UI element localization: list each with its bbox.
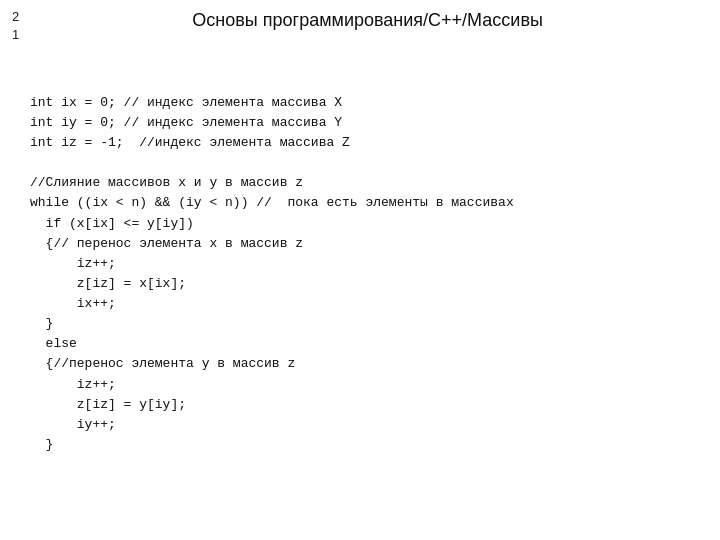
code-line: int iy = 0; // индекс элемента массива Y bbox=[30, 113, 690, 133]
code-line: z[iz] = y[iy]; bbox=[30, 395, 690, 415]
page-title: Основы программирования/С++/Массивы bbox=[27, 8, 708, 31]
code-line: while ((ix < n) && (iy < n)) // пока ест… bbox=[30, 193, 690, 213]
code-line: if (x[ix] <= y[iy]) bbox=[30, 214, 690, 234]
page-container: 2 1 Основы программирования/С++/Массивы … bbox=[0, 0, 720, 540]
code-line: } bbox=[30, 314, 690, 334]
code-line: else bbox=[30, 334, 690, 354]
page-num-bottom: 1 bbox=[12, 26, 19, 44]
code-line: z[iz] = x[ix]; bbox=[30, 274, 690, 294]
code-line: {//перенос элемента y в массив z bbox=[30, 354, 690, 374]
code-line: //Слияние массивов x и y в массив z bbox=[30, 173, 690, 193]
code-line: int ix = 0; // индекс элемента массива X bbox=[30, 93, 690, 113]
code-empty-line bbox=[30, 153, 690, 173]
code-line: int iz = -1; //индекс элемента массива Z bbox=[30, 133, 690, 153]
code-line: ix++; bbox=[30, 294, 690, 314]
code-line: iy++; bbox=[30, 415, 690, 435]
code-line: {// перенос элемента x в массив z bbox=[30, 234, 690, 254]
code-line: } bbox=[30, 435, 690, 455]
header-area: 2 1 Основы программирования/С++/Массивы bbox=[0, 0, 720, 48]
page-numbers: 2 1 bbox=[12, 8, 19, 44]
code-line: iz++; bbox=[30, 375, 690, 395]
code-block: int ix = 0; // индекс элемента массива X… bbox=[0, 48, 720, 463]
code-line: iz++; bbox=[30, 254, 690, 274]
page-num-top: 2 bbox=[12, 8, 19, 26]
